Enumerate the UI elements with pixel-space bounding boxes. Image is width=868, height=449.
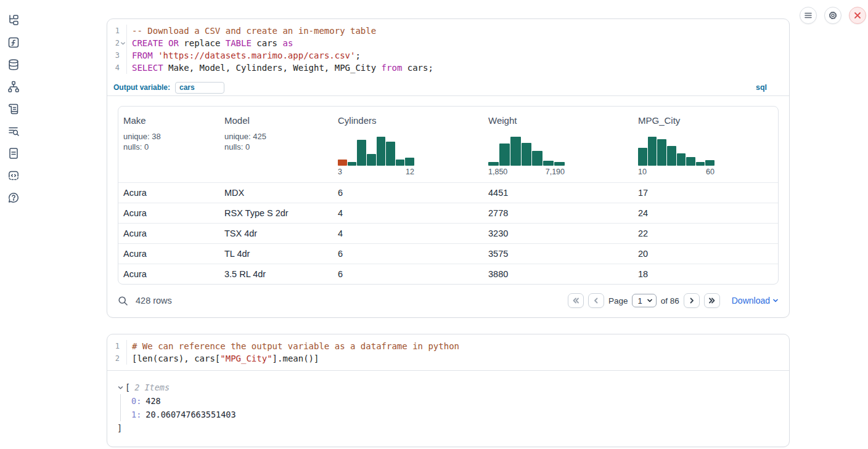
hist-bar	[522, 143, 532, 166]
tree-collapse-chevron-icon[interactable]	[117, 384, 125, 392]
page-label: Page	[608, 296, 628, 305]
hist-bar	[386, 142, 395, 166]
table-cell: 2778	[483, 208, 633, 218]
hist-bar	[367, 154, 376, 166]
chevron-left-icon	[592, 297, 600, 304]
hist-bar	[657, 139, 666, 166]
chevron-down-icon	[772, 297, 779, 304]
topbar-controls	[800, 7, 866, 24]
column-name: Make	[123, 115, 215, 126]
sidebar-item-file-tree[interactable]	[7, 14, 20, 26]
sql-code-line: 2CREATE OR replace TABLE cars as	[107, 37, 789, 49]
code-text: SELECT Make, Model, Cylinders, Weight, M…	[127, 62, 433, 74]
sidebar-item-help[interactable]	[7, 192, 20, 204]
network-icon	[7, 81, 20, 93]
hist-bar	[499, 144, 510, 166]
sidebar-item-dependency-graph[interactable]	[7, 81, 20, 93]
hist-max-label: 60	[706, 168, 714, 176]
sql-cell: 1-- Download a CSV and create an in-memo…	[107, 18, 790, 318]
fold-chevron-icon[interactable]	[120, 39, 126, 47]
hist-bar	[532, 151, 542, 166]
search-icon	[118, 296, 128, 306]
python-code-wrap: 1# We can reference the output variable …	[107, 334, 789, 371]
hist-min-label: 1,850	[488, 168, 507, 176]
next-page-button[interactable]	[684, 293, 700, 308]
table-row[interactable]: AcuraTL 4dr6357520	[118, 243, 778, 264]
sidebar-item-logs[interactable]	[7, 125, 20, 137]
table-cell: Acura	[118, 249, 219, 259]
tree-entry: 1:20.060747663551403	[131, 408, 779, 421]
table-body: AcuraMDX6445117AcuraRSX Type S 2dr427782…	[118, 182, 778, 284]
prev-page-button[interactable]	[588, 293, 604, 308]
menu-button[interactable]	[800, 7, 817, 24]
output-variable-input[interactable]	[175, 82, 224, 94]
column-name: Model	[224, 115, 328, 126]
hist-bar	[338, 160, 347, 166]
table-row[interactable]: AcuraMDX6445117	[118, 182, 778, 203]
sidebar-item-snippets[interactable]	[7, 169, 20, 182]
table-cell: TL 4dr	[219, 249, 333, 259]
settings-button[interactable]	[824, 7, 841, 24]
chevrons-right-icon	[708, 297, 716, 304]
column-header-model[interactable]: Modelunique: 425nulls: 0	[219, 107, 333, 182]
table-cell: 6	[333, 188, 483, 198]
sidebar-item-functions[interactable]	[7, 36, 20, 49]
python-cell: 1# We can reference the output variable …	[107, 334, 790, 447]
table-footer: 428 rows Page 1 of 86	[107, 285, 789, 317]
hist-bar	[686, 157, 695, 166]
table-cell: TSX 4dr	[219, 229, 333, 238]
gear-icon	[828, 10, 838, 20]
table-row[interactable]: AcuraRSX Type S 2dr4277824	[118, 203, 778, 223]
column-name: Weight	[488, 115, 628, 126]
database-icon	[7, 59, 20, 71]
tree-entry-key: 0:	[131, 396, 141, 406]
sidebar-item-datasources[interactable]	[7, 59, 20, 71]
column-stat: unique: 425	[224, 131, 328, 142]
python-code-line: 2[len(cars), cars["MPG_City"].mean()]	[107, 352, 789, 365]
table-cell: MDX	[219, 188, 333, 198]
shutdown-button[interactable]	[849, 7, 866, 24]
tree-root: [ 2 Items	[117, 381, 779, 394]
page-select[interactable]: 1	[632, 294, 656, 307]
column-name: MPG_City	[638, 115, 773, 126]
line-number: 2	[107, 37, 127, 49]
tree-entry-value: 428	[145, 396, 160, 406]
download-button[interactable]: Download	[732, 296, 779, 305]
table-cell: RSX Type S 2dr	[219, 208, 333, 218]
column-header-cylinders[interactable]: Cylinders312	[333, 107, 483, 182]
list-search-icon	[7, 125, 20, 137]
sql-code-editor[interactable]: 1-- Download a CSV and create an in-memo…	[107, 19, 789, 79]
table-row[interactable]: Acura3.5 RL 4dr6388018	[118, 264, 778, 284]
close-icon	[854, 12, 861, 19]
sidebar-item-scratchpad[interactable]	[7, 103, 20, 115]
hist-bar	[377, 137, 386, 166]
code-text: [len(cars), cars["MPG_City"].mean()]	[127, 352, 319, 365]
search-button[interactable]	[118, 296, 128, 306]
table-cell: Acura	[118, 269, 219, 279]
hist-bar	[554, 162, 565, 166]
hist-bar	[405, 158, 414, 166]
sidebar-item-documentation[interactable]	[7, 147, 20, 160]
output-variable-bar: Output variable: sql	[107, 79, 789, 96]
tree-open-bracket: [	[125, 381, 130, 394]
notebook: 1-- Download a CSV and create an in-memo…	[107, 18, 790, 447]
table-cell: 6	[333, 269, 483, 279]
sql-code-line: 4SELECT Make, Model, Cylinders, Weight, …	[107, 62, 789, 74]
table-cell: 6	[333, 249, 483, 259]
chevrons-left-icon	[572, 297, 579, 304]
hist-max-label: 12	[406, 168, 414, 176]
column-name: Cylinders	[338, 115, 478, 126]
table-row[interactable]: AcuraTSX 4dr4323022	[118, 223, 778, 243]
column-header-weight[interactable]: Weight1,8507,190	[483, 107, 633, 182]
histogram-cylinders: 312	[338, 137, 414, 176]
python-code-editor[interactable]: 1# We can reference the output variable …	[107, 334, 789, 370]
code-text: -- Download a CSV and create an in-memor…	[127, 25, 376, 37]
column-header-make[interactable]: Makeunique: 38nulls: 0	[118, 107, 219, 182]
first-page-button[interactable]	[568, 293, 584, 308]
file-tree-icon	[7, 14, 20, 26]
last-page-button[interactable]	[704, 293, 720, 308]
table-cell: 17	[633, 188, 778, 198]
chevron-right-icon	[688, 297, 695, 304]
column-header-mpg_city[interactable]: MPG_City1060	[633, 107, 778, 182]
hist-min-label: 10	[638, 168, 647, 176]
